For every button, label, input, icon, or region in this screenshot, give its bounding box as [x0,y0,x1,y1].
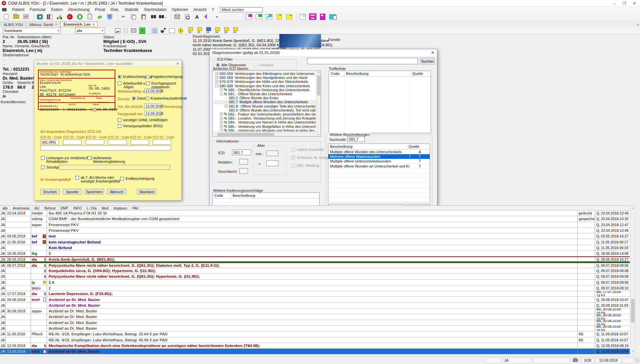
kartei-scrollbar[interactable]: ˄˅ [630,205,636,354]
icd-code-field-2[interactable] [63,140,82,145]
arbeitsunfall-option[interactable]: Arbeitsunfall u. -folgen [118,82,146,89]
monitor-cyan-icon[interactable] [329,13,337,20]
recipe-question-icon[interactable]: ? [139,27,145,34]
print-preview-icon[interactable] [183,13,191,20]
help-shield-icon[interactable]: ? [106,13,114,20]
endbescheinigung-option[interactable]: Endbescheinigung [120,177,154,181]
tab-albis-you[interactable]: ALBIS.YOU [1,22,26,27]
kod-col-code[interactable]: Code [213,193,231,198]
wb-col-quelle[interactable]: Quelle [407,144,427,149]
expand-icon[interactable]: + [225,105,228,108]
drucken-button[interactable]: Drucken [40,189,60,194]
close-icon[interactable]: × [55,23,57,26]
menu-item-igel[interactable]: IGeL [108,7,122,12]
transfer-ja-1[interactable]: JA [186,27,193,34]
menu-item-optionen[interactable]: Optionen [169,7,191,12]
kartei-filter-anamnese[interactable]: Anamnese [10,206,32,210]
kartei-row[interactable]: JA29.08.2018briefArztbrief an Dr. Med. B… [0,297,630,302]
hmv-13a-icon[interactable]: HMV 13a [309,13,317,20]
icd-tree[interactable]: +S50-S59Verletzungen des Ellenbogens und… [212,71,321,137]
search-next-icon[interactable]: → [159,13,167,20]
menu-item-stammdaten[interactable]: Stammdaten [141,7,169,12]
kartei-row[interactable]: JAArztbrief an Dr. Med. Baslerais, 30.08… [0,314,630,320]
menu-item-extern[interactable]: Extern [48,7,65,12]
kartei-row[interactable]: JA03.05.2018beftestQ, 03.05.2018-16:27 [0,233,630,239]
transfer-ja-6[interactable]: JA [231,27,238,34]
paste-icon[interactable] [139,13,147,20]
icd-tree-node[interactable]: +%S85.-Verletzung von Blutgefäßen in Höh… [213,124,316,128]
suchen-button[interactable]: Suchen [420,58,435,65]
icd-tree-node[interactable]: +S70-S79Verletzungen der Hüfte und des O… [213,80,316,84]
tree-vertical-scrollbar[interactable]: ˄˅ [316,71,321,136]
kartei-row[interactable]: JAvobmpCGM BMP - der Bundeseinheitliche … [0,216,630,222]
wiedereingliederung-option[interactable]: stufenweise Wiedereingliederung [88,156,125,164]
menu-item-[interactable]: ? [209,7,217,12]
close-icon[interactable]: ✕ [431,50,434,55]
kartei-row[interactable]: JA23.04.2018medpnIbu 400 1A Pharma FTA N… [0,210,630,216]
print-query-icon[interactable]: 1? [22,13,30,20]
transfer-ja-2[interactable]: JA [195,27,202,34]
dc-titlebar[interactable]: Diagnosencenter (gültig ab 01.01.2018) ✕ [210,49,437,56]
icd-code-field-6[interactable] [153,140,171,145]
menu-item-statistik[interactable]: Statistik [122,7,141,12]
icd-code-field-4[interactable] [108,140,127,145]
icd-tree-node[interactable]: +S81.8-Offene Wunde sonstiger Teile des … [213,104,316,108]
beschreibung-row[interactable]: Multiple offene Wunden des Unterschenkel… [328,150,430,154]
drucke-datum-option[interactable]: Datum [132,97,147,100]
expand-icon[interactable]: + [215,80,218,83]
note-yellow-icon[interactable] [275,13,283,20]
kartei-row[interactable]: JAArztbrief an Dr. Med. Baslerais, 30.08… [0,326,630,331]
menu-item-patient[interactable]: Patient [9,7,27,12]
treffer-col-beschreibung[interactable]: Beschreibung [344,71,411,76]
expand-icon[interactable]: + [220,121,223,124]
printer-icon[interactable] [173,13,181,20]
trefferliste-table[interactable]: Code Beschreibung Quelle [329,71,431,133]
kartei-row[interactable]: JA§Konjunktivitis sicca, G. {H04.8G}; Hy… [0,268,630,274]
transfer-ja-4[interactable]: JA [213,27,220,34]
ab7-woche-option[interactable]: ab 7. AU-Woche oder sonstiger Krankengel… [75,176,120,183]
appointment-book-icon[interactable] [36,13,44,20]
collapse-icon[interactable]: - [215,84,218,87]
icd-tree-node[interactable]: +S50-S59Verletzungen des Ellenbogens und… [213,72,316,76]
diagnose-text-field[interactable] [40,146,171,151]
kartei-row[interactable]: JAlp2.4Q, 09.07.2018-09:06 [0,280,630,285]
form-yellow-icon[interactable] [285,13,293,20]
form-magenta2-icon[interactable] [319,13,327,20]
kartei-row[interactable]: JA13.09.2018briefArztbrief an Dr. Med. B… [0,349,630,354]
toolbar-dropdown-icon[interactable]: ▾ [213,13,221,20]
bvg-option[interactable]: Versorgungsleiden (BVG) [118,124,163,128]
festgestellt-field[interactable]: 13.09.2018 [145,111,161,116]
close-icon[interactable]: × [93,23,95,26]
recipe-green-icon[interactable] [76,13,84,20]
kartei-filter-ldia[interactable]: L / Dia [84,206,99,210]
kartei-row[interactable]: JARE-Nr. 4/18, Empfänger: Luka Wichelhau… [0,337,630,343]
muster-dialog-titlebar[interactable]: Muster 1a (01.2018),AU für <Eisenreich, … [34,60,181,67]
menu-item-privat[interactable]: Privat [92,7,108,12]
close-icon[interactable]: ✕ [176,61,179,66]
icd-code-field-5[interactable] [130,140,149,145]
dc-search-input[interactable] [307,58,418,64]
close-button[interactable]: ✕ [629,0,639,7]
kartei-filter-au[interactable]: AU [32,206,42,210]
expand-icon[interactable]: + [215,72,218,75]
kartei-row[interactable]: JA09.07.2018dia§Polyzystische Niere nich… [0,262,630,268]
form-green-icon[interactable] [255,13,263,20]
vor-bis-field[interactable]: 13.09.2018 [145,104,161,109]
kartei-row[interactable]: JA§Polyzystische Niere nicht näher bezei… [0,274,630,279]
beschreibung-row[interactable]: Multiple offene Wunden an Unterschenkel … [328,164,430,169]
karteikarte-select[interactable]: Karteikarte▾ [3,28,61,34]
signature-pen-icon[interactable] [203,13,211,20]
font-icon[interactable]: A [193,13,201,20]
new-document-icon[interactable] [2,13,10,20]
collapse-icon[interactable]: - [220,93,223,96]
kartei-row[interactable]: JA17.07.2018dia§Larvierte Depression, G.… [0,291,630,297]
icd-tree-node[interactable]: +%S83.-Luxation, Verstauchung und Zerrun… [213,116,316,120]
wb-col-beschreibung[interactable]: Beschreibung [328,144,407,149]
au-seit-field[interactable]: 13.09.2018 [145,88,161,93]
icd-code-field-3[interactable] [86,140,104,145]
transfer-ja-5[interactable]: JA [222,27,229,34]
search-binoculars-icon[interactable] [149,13,157,20]
treffer-col-quelle[interactable]: Quelle [411,71,428,76]
standard-button[interactable]: Standard [137,189,156,194]
sonstige-field[interactable] [59,165,170,170]
